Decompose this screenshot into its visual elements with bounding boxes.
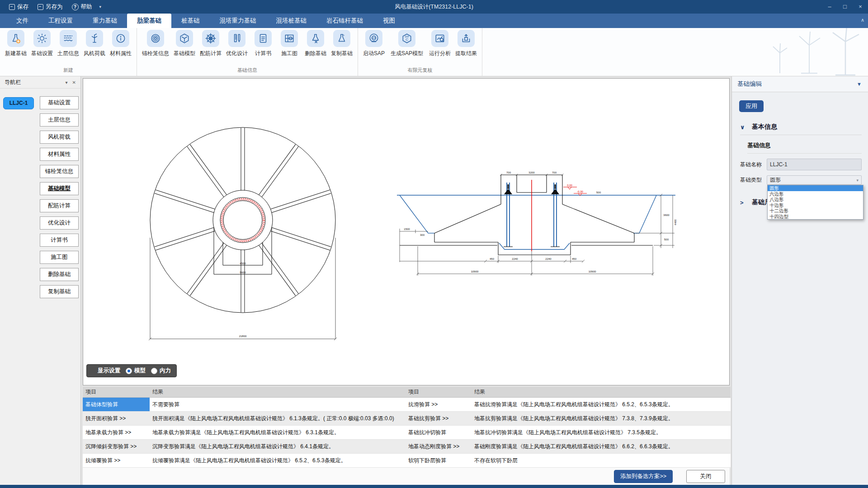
radio-model[interactable]: 模型 <box>126 367 146 375</box>
nav-item-foundation-model[interactable]: 基础模型 <box>40 182 79 195</box>
rebar-calculation-button[interactable]: 配筋计算 <box>198 30 224 57</box>
tab-rock-anchor-foundation[interactable]: 岩石锚杆基础 <box>316 14 373 28</box>
dropdown-option-circle[interactable]: 圆形 <box>768 185 863 191</box>
editor-collapse-icon[interactable]: ▼ <box>857 81 868 87</box>
menu-dropdown-icon[interactable]: ▾ <box>99 5 102 9</box>
nav-item-calculation-report[interactable]: 计算书 <box>40 234 79 247</box>
svg-text:4500: 4500 <box>240 262 246 265</box>
nav-close-icon[interactable]: ✕ <box>72 80 76 85</box>
nav-item-rebar-calculation[interactable]: 配筋计算 <box>40 199 79 212</box>
foundation-info-subheader: 基础信息 <box>747 141 862 154</box>
generate-sap-model-button[interactable]: SAPC 生成SAP模型 <box>387 30 427 57</box>
anchor-cage-icon <box>147 30 164 47</box>
nav-item-turbine-loads[interactable]: 风机荷载 <box>40 131 79 144</box>
tab-file[interactable]: 文件 <box>6 14 38 28</box>
item-cell[interactable]: 基础抗剪验算 >> <box>406 412 472 426</box>
item-cell[interactable]: 基础体型验算 <box>83 398 150 412</box>
nav-collapse-icon[interactable]: ▾ <box>66 80 68 85</box>
save-as-button[interactable]: 另存为 <box>35 3 66 11</box>
sap-hexagon-icon: SAPC <box>398 30 415 47</box>
svg-text:500: 500 <box>664 238 669 241</box>
item-cell[interactable]: 脱开面积验算 >> <box>83 412 150 426</box>
result-cell: 沉降变形验算满足《陆上风电场工程风电机组基础设计规范》 6.4.1条规定。 <box>150 440 406 454</box>
delete-foundation-button[interactable]: 删除基础 <box>302 30 329 57</box>
tab-pile-foundation[interactable]: 桩基础 <box>171 14 210 28</box>
help-button[interactable]: ?帮助 <box>69 3 95 11</box>
nav-item-optimize-design[interactable]: 优化设计 <box>40 216 79 230</box>
launch-sap-button[interactable]: SAP 启动SAP <box>361 30 387 57</box>
material-properties-button[interactable]: 材料属性 <box>108 30 134 57</box>
nav-item-delete-foundation[interactable]: 删除基础 <box>40 268 79 281</box>
nav-item-soil-layers[interactable]: 土层信息 <box>40 113 79 127</box>
dropdown-option-decagon[interactable]: 十边形 <box>768 202 863 208</box>
dropdown-option-dodecagon[interactable]: 十二边形 <box>768 208 863 214</box>
item-cell[interactable]: 沉降倾斜变形验算 >> <box>83 440 150 454</box>
result-cell: 抗倾覆验算满足《陆上风电场工程风电机组基础设计规范》 6.5.2、6.5.3条规… <box>150 454 406 468</box>
turbine-loads-button[interactable]: 风机荷载 <box>81 30 108 57</box>
nav-item-construction-drawing[interactable]: 施工图 <box>40 251 79 264</box>
extract-results-button[interactable]: 提取结果 <box>453 30 479 57</box>
foundation-type-select[interactable]: 圆形 ▾ <box>767 175 862 185</box>
tab-hybrid-gravity-foundation[interactable]: 混塔重力基础 <box>210 14 266 28</box>
item-cell[interactable]: 软弱下卧层验算 <box>406 454 472 468</box>
title-bar: 保存 另存为 ?帮助 ▾ 风电基础设计(TM2312-LLJC-1) – □ × <box>0 0 868 14</box>
dropdown-option-hexagon[interactable]: 六边形 <box>768 191 863 197</box>
foundation-model-button[interactable]: 基础模型 <box>171 30 198 57</box>
col-header-result-2: 结果 <box>472 387 731 398</box>
minimize-button[interactable]: – <box>822 0 837 14</box>
construction-drawing-button[interactable]: 施工图 <box>276 30 302 57</box>
svg-text:0.00: 0.00 <box>567 184 572 187</box>
close-panel-button[interactable]: 关闭 <box>686 470 725 483</box>
optimize-design-button[interactable]: 优化设计 <box>224 30 250 57</box>
anchor-cage-info-button[interactable]: 锚栓笼信息 <box>140 30 171 57</box>
tab-gravity-foundation[interactable]: 重力基础 <box>83 14 127 28</box>
table-row: 基础体型验算 不需要验算 抗滑验算 >> 基础抗滑验算满足《陆上风电场工程风电机… <box>83 398 731 412</box>
sap-logo-icon: SAP <box>365 30 382 47</box>
dropdown-option-octagon[interactable]: 八边形 <box>768 197 863 202</box>
dropdown-option-tetradecagon[interactable]: 十四边型 <box>768 214 863 220</box>
add-to-candidates-button[interactable]: 添加到备选方案>> <box>614 470 673 483</box>
maximize-button[interactable]: □ <box>837 0 853 14</box>
collapse-ribbon-icon[interactable]: ∧ <box>861 17 864 23</box>
tab-view[interactable]: 视图 <box>373 14 405 28</box>
svg-text:2240: 2240 <box>545 258 552 260</box>
svg-text:700: 700 <box>506 171 511 174</box>
nav-item-anchor-cage-info[interactable]: 锚栓笼信息 <box>40 165 79 178</box>
svg-text:10900: 10900 <box>471 270 479 273</box>
nav-item-material-properties[interactable]: 材料属性 <box>40 148 79 161</box>
radio-internal-force[interactable]: 内力 <box>151 367 171 375</box>
section-view: 0.00 -0.30 <box>397 171 677 276</box>
result-cell: 不需要验算 <box>150 398 406 412</box>
new-foundation-button[interactable]: 新建基础 <box>3 30 29 57</box>
tab-project-settings[interactable]: 工程设置 <box>38 14 83 28</box>
plan-view <box>149 127 337 340</box>
soil-layers-button[interactable]: 土层信息 <box>55 30 81 57</box>
ribbon-group-new: 新建基础 基础设置 土层信息 风机荷载 材料属性 新建 <box>0 28 137 76</box>
nav-item-foundation-settings[interactable]: 基础设置 <box>40 96 79 109</box>
foundation-tab-lljc1[interactable]: LLJC-1 <box>3 97 34 109</box>
copy-foundation-button[interactable]: 复制基础 <box>329 30 355 57</box>
nav-item-copy-foundation[interactable]: 复制基础 <box>40 285 79 298</box>
save-button[interactable]: 保存 <box>6 3 31 11</box>
item-cell[interactable]: 地基承载力验算 >> <box>83 426 150 440</box>
run-analysis-button[interactable]: 运行分析 <box>427 30 453 57</box>
close-button[interactable]: × <box>853 0 868 14</box>
basic-info-section-header[interactable]: ∨ 基本信息 <box>740 123 862 135</box>
tab-rib-beam-foundation[interactable]: 肋梁基础 <box>127 14 171 28</box>
item-cell[interactable]: 抗倾覆验算 >> <box>83 454 150 468</box>
item-cell[interactable]: 抗滑验算 >> <box>406 398 472 412</box>
calculation-report-button[interactable]: 计算书 <box>250 30 276 57</box>
item-cell[interactable]: 地基动态刚度验算 >> <box>406 440 472 454</box>
section-annotations-red: 0.00 -0.30 <box>532 180 587 251</box>
item-cell[interactable]: 基础抗冲切验算 <box>406 426 472 440</box>
svg-text:500: 500 <box>596 191 601 194</box>
foundation-settings-button[interactable]: 基础设置 <box>29 30 55 57</box>
tab-hybrid-pile-foundation[interactable]: 混塔桩基础 <box>266 14 317 28</box>
apply-button[interactable]: 应用 <box>739 100 764 112</box>
copy-foundation-icon <box>333 30 350 47</box>
plan-dimensions: 4500 5600 21800 <box>239 262 247 338</box>
model-viewport[interactable]: 4500 5600 21800 <box>83 78 730 385</box>
foundation-name-input[interactable]: LLJC-1 <box>767 159 862 170</box>
navigation-title: 导航栏 <box>0 79 21 86</box>
ribbon-group-fem: SAP 启动SAP SAPC 生成SAP模型 运行分析 提取结果 有限元复核 <box>358 28 482 76</box>
